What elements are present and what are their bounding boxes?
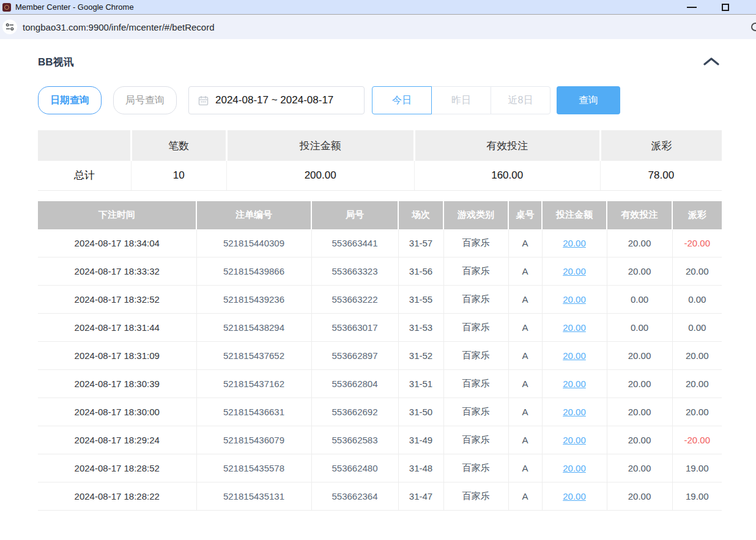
maximize-button[interactable] [713,0,738,15]
address-bar[interactable]: tongbao31.com:9900/infe/mcenter/#/betRec… [0,15,756,39]
order-no-cell: 521815437162 [196,370,311,398]
bet-time-cell: 2024-08-17 18:33:32 [38,257,196,286]
quick-range-group: 今日 昨日 近8日 [372,86,550,114]
site-settings-button[interactable] [2,20,17,34]
bet-record-row: 2024-08-17 18:28:52 521815435578 5536624… [38,454,722,483]
valid-bet-cell: 20.00 [607,257,672,286]
session-cell: 31-52 [398,342,443,370]
bet-time-cell: 2024-08-17 18:31:44 [38,314,196,342]
game-type-cell: 百家乐 [443,370,508,398]
page-header: BB视讯 [38,55,722,70]
bet-amount-link[interactable]: 20.00 [563,379,586,389]
game-type-cell: 百家乐 [443,257,508,286]
summary-header-bet-amount: 投注金额 [226,130,414,161]
order-no-cell: 521815436631 [196,398,311,426]
header-game-type: 游戏类别 [443,201,508,229]
payout-cell: 19.00 [672,483,722,511]
order-no-cell: 521815437652 [196,342,311,370]
bet-amount-cell: 20.00 [542,454,607,483]
date-range-input[interactable]: 2024-08-17 ~ 2024-08-17 [188,86,365,114]
today-button[interactable]: 今日 [372,86,432,114]
summary-total-payout: 78.00 [600,161,722,190]
bet-amount-link[interactable]: 20.00 [563,350,586,361]
game-type-cell: 百家乐 [443,314,508,342]
bet-amount-cell: 20.00 [542,398,607,426]
summary-header-payout: 派彩 [600,130,722,161]
payout-cell: 20.00 [672,398,722,426]
game-type-cell: 百家乐 [443,454,508,483]
session-cell: 31-57 [398,229,443,257]
table-no-cell: A [508,483,542,511]
order-no-cell: 521815435131 [196,483,311,511]
filter-toolbar: 日期查询 局号查询 2024-08-17 ~ 2024-08-17 [38,86,722,114]
bet-amount-link[interactable]: 20.00 [563,322,586,333]
header-table-no: 桌号 [508,201,542,229]
bet-amount-link[interactable]: 20.00 [563,491,586,501]
bet-table-header-row: 下注时间 注单编号 局号 场次 游戏类别 桌号 投注金额 有效投注 派彩 [38,201,722,229]
table-no-cell: A [508,454,542,483]
bet-record-row: 2024-08-17 18:29:24 521815436079 5536625… [38,426,722,454]
round-no-cell: 553663222 [311,286,398,314]
session-cell: 31-53 [398,314,443,342]
game-type-cell: 百家乐 [443,483,508,511]
search-button[interactable]: 查询 [557,86,620,114]
bet-amount-cell: 20.00 [542,286,607,314]
collapse-panel-button[interactable] [703,57,719,67]
bet-amount-link[interactable]: 20.00 [563,407,586,417]
header-bet-time: 下注时间 [38,201,196,229]
bet-time-cell: 2024-08-17 18:29:24 [38,426,196,454]
url-text[interactable]: tongbao31.com:9900/infe/mcenter/#/betRec… [23,22,215,32]
summary-total-row: 总计 10 200.00 160.00 78.00 [38,161,722,190]
table-no-cell: A [508,229,542,257]
bet-amount-link[interactable]: 20.00 [563,463,586,473]
summary-total-valid-bet: 160.00 [414,161,600,190]
bet-amount-link[interactable]: 20.00 [563,435,586,445]
bet-time-cell: 2024-08-17 18:31:09 [38,342,196,370]
header-round-no: 局号 [311,201,398,229]
bet-amount-link[interactable]: 20.00 [563,238,586,248]
valid-bet-cell: 20.00 [607,342,672,370]
session-cell: 31-51 [398,370,443,398]
table-no-cell: A [508,398,542,426]
summary-total-bet-amount: 200.00 [226,161,414,190]
summary-header-row: 笔数 投注金额 有效投注 派彩 [38,130,722,161]
valid-bet-cell: 0.00 [607,314,672,342]
round-no-cell: 553662364 [311,483,398,511]
order-no-cell: 521815438294 [196,314,311,342]
minimize-button[interactable] [680,0,704,15]
game-type-cell: 百家乐 [443,229,508,257]
table-no-cell: A [508,314,542,342]
summary-table: 笔数 投注金额 有效投注 派彩 总计 10 200.00 160.00 78.0… [38,130,722,191]
clipped-right-icon[interactable] [751,23,756,31]
bet-record-table: 下注时间 注单编号 局号 场次 游戏类别 桌号 投注金额 有效投注 派彩 202… [38,201,722,511]
round-no-cell: 553662804 [311,370,398,398]
last8days-button[interactable]: 近8日 [491,86,550,114]
calendar-icon [198,95,209,106]
payout-cell: 0.00 [672,286,722,314]
bet-record-row: 2024-08-17 18:31:44 521815438294 5536630… [38,314,722,342]
yesterday-button[interactable]: 昨日 [431,86,491,114]
order-no-cell: 521815435578 [196,454,311,483]
site-settings-icon [6,23,14,31]
bet-time-cell: 2024-08-17 18:30:00 [38,398,196,426]
bet-amount-link[interactable]: 20.00 [563,266,586,276]
date-query-tab[interactable]: 日期查询 [38,86,102,114]
bet-time-cell: 2024-08-17 18:30:39 [38,370,196,398]
bet-amount-cell: 20.00 [542,257,607,286]
payout-cell: -20.00 [672,426,722,454]
summary-header-valid-bet: 有效投注 [414,130,600,161]
bet-amount-cell: 20.00 [542,314,607,342]
session-cell: 31-55 [398,286,443,314]
bet-amount-cell: 20.00 [542,370,607,398]
round-query-tab[interactable]: 局号查询 [113,86,177,114]
header-valid-bet: 有效投注 [607,201,672,229]
payout-cell: 20.00 [672,342,722,370]
bet-record-row: 2024-08-17 18:34:04 521815440309 5536634… [38,229,722,257]
minimize-icon [687,7,697,8]
order-no-cell: 521815439866 [196,257,311,286]
table-no-cell: A [508,370,542,398]
bet-amount-link[interactable]: 20.00 [563,294,586,305]
header-payout: 派彩 [672,201,722,229]
summary-header-blank [38,130,132,161]
bet-time-cell: 2024-08-17 18:28:52 [38,454,196,483]
